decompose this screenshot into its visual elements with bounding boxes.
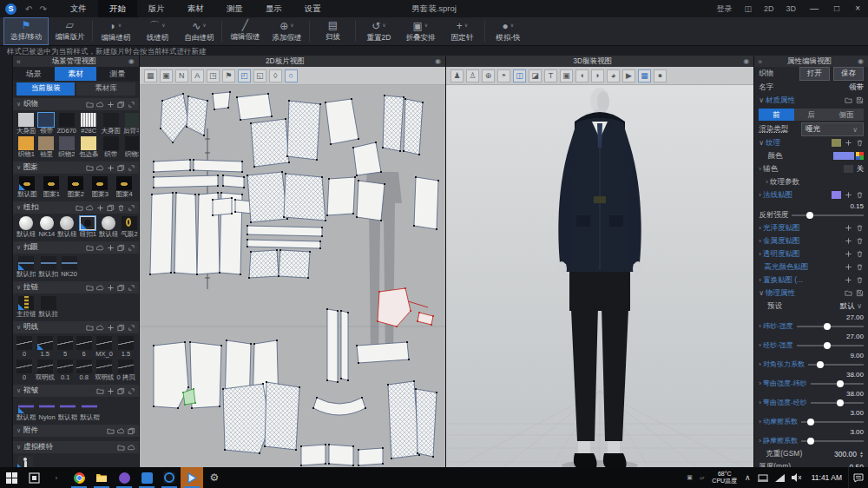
color-swatch[interactable]	[833, 152, 854, 160]
ribbon-button-6[interactable]: ⊕∨添加假缝	[266, 17, 307, 45]
secondary-color-swatch[interactable]	[844, 165, 853, 173]
swatch-item[interactable]: 主拉链	[16, 296, 36, 318]
ribbon-button-10[interactable]: +∨固定针	[441, 17, 483, 45]
collapsed-panel-strip[interactable]	[0, 56, 13, 467]
sidebar-tab-0[interactable]: 场景	[13, 67, 55, 81]
plus-icon[interactable]	[845, 191, 852, 199]
cloud-icon[interactable]	[117, 427, 125, 435]
texture-swatch[interactable]	[832, 139, 841, 147]
trash-icon[interactable]	[856, 250, 864, 258]
chrome-icon[interactable]	[68, 467, 90, 488]
map-swatch[interactable]	[832, 191, 841, 199]
layout-panels-icon[interactable]: ◫	[739, 0, 759, 17]
color-picker-icon[interactable]	[856, 152, 864, 160]
swatch-item[interactable]: 织物3	[123, 136, 139, 158]
section-header[interactable]: ∨褶皱	[13, 385, 139, 397]
trash-icon[interactable]	[117, 204, 125, 212]
swatch-item[interactable]: 5	[57, 336, 73, 358]
menu-6[interactable]: 设置	[293, 0, 332, 17]
plus-icon[interactable]	[107, 244, 115, 252]
jacket-3-icon[interactable]: ◕	[607, 69, 620, 82]
pin-icon[interactable]: ◉	[739, 57, 753, 65]
swatch-item[interactable]: 后背毛	[123, 113, 139, 135]
trash-icon[interactable]	[856, 139, 864, 147]
ribbon-button-5[interactable]: ╱编辑假缝	[224, 17, 266, 45]
trash-icon[interactable]	[856, 224, 864, 232]
pattern-canvas[interactable]	[140, 85, 445, 467]
swatch-item[interactable]: 双明线	[95, 359, 115, 381]
copy-icon[interactable]	[128, 427, 135, 435]
corner-icon[interactable]	[128, 204, 135, 212]
trash-icon[interactable]	[856, 191, 864, 199]
copy-icon[interactable]	[117, 387, 125, 395]
slider[interactable]	[811, 383, 864, 385]
network-icon[interactable]	[772, 474, 788, 482]
swatch-item[interactable]: 图案2	[65, 176, 87, 198]
corner-icon[interactable]	[128, 387, 135, 395]
swatch-item[interactable]: 默认褶	[58, 399, 78, 421]
notch-icon[interactable]: N	[175, 69, 188, 82]
annotation-icon[interactable]: A	[191, 69, 204, 82]
swatch-item[interactable]: 大身面	[101, 113, 121, 135]
cloud-icon[interactable]	[96, 244, 104, 252]
avatar-icon[interactable]: ♟	[450, 69, 464, 82]
folder-icon[interactable]	[117, 444, 125, 452]
folder-icon[interactable]	[86, 101, 94, 109]
slider[interactable]	[808, 364, 864, 366]
sidebar-subtab-0[interactable]: 当前服装	[16, 82, 75, 96]
sidebar-tab-2[interactable]: 测量	[96, 67, 138, 81]
app-blue-icon[interactable]	[135, 467, 158, 488]
swatch-item[interactable]: 双明线	[35, 359, 55, 381]
cloud-icon[interactable]	[96, 101, 104, 109]
swatch-item[interactable]: 0.8	[76, 359, 91, 381]
section-header[interactable]: ∨拉链	[13, 281, 139, 293]
collapse-panel-icon[interactable]: »	[754, 57, 766, 66]
swatch-item[interactable]: 0	[16, 336, 32, 358]
folder-icon[interactable]	[845, 289, 852, 297]
login-button[interactable]: 登录	[711, 0, 739, 17]
swatch-item[interactable]: 图案3	[89, 176, 111, 198]
folder-icon[interactable]	[96, 387, 104, 395]
ribbon-button-9[interactable]: ▣∨折叠安排	[399, 17, 441, 45]
layers-icon[interactable]: ▣	[560, 69, 573, 82]
swatch-item[interactable]: NK20	[61, 256, 77, 278]
taskbar-expand-icon[interactable]: ›	[45, 467, 68, 488]
task-view-button[interactable]	[23, 467, 45, 488]
save-button[interactable]: 保存	[833, 67, 864, 81]
corner-icon[interactable]	[128, 101, 135, 109]
swatch-item[interactable]: 0 拷贝	[116, 359, 135, 381]
folder-icon[interactable]	[86, 164, 94, 172]
copy-icon[interactable]	[117, 284, 125, 292]
minimize-button[interactable]: —	[802, 0, 826, 17]
swatch-item[interactable]: NK14	[38, 216, 55, 238]
floppy-icon[interactable]	[856, 96, 864, 104]
copy-icon[interactable]	[117, 324, 125, 332]
seam-allowance-icon[interactable]: ◳	[207, 69, 220, 82]
settings-gear-icon[interactable]: ⚙	[203, 467, 226, 488]
reflect-slider[interactable]	[792, 214, 864, 216]
sidebar-tab-1[interactable]: 素材	[55, 67, 96, 81]
ribbon-button-4[interactable]: ∿∨自由缝纫	[178, 17, 220, 45]
pin-icon[interactable]: ◉	[853, 57, 868, 65]
slider[interactable]	[797, 345, 864, 346]
menu-5[interactable]: 显示	[254, 0, 293, 17]
corner-icon[interactable]	[128, 164, 135, 172]
mode-3d-button[interactable]: 3D	[780, 0, 803, 17]
garment-canvas[interactable]	[446, 85, 753, 467]
sidebar-subtab-1[interactable]: 素材库	[76, 82, 135, 96]
menu-2[interactable]: 版片	[137, 0, 176, 17]
avatar-arrange-icon[interactable]: ⊕	[482, 69, 495, 82]
swatch-item[interactable]: 默认纽	[57, 216, 77, 238]
section-header[interactable]: ∨明线	[13, 321, 139, 333]
ribbon-button-8[interactable]: ↺∨重置2D	[358, 17, 399, 45]
open-button[interactable]: 打开	[799, 67, 830, 81]
section-header[interactable]: ∨纽扣	[13, 201, 139, 214]
swatch-item[interactable]: 气眼2	[121, 216, 137, 238]
swatch-item[interactable]: MX_0	[95, 336, 115, 358]
garment-dark-icon[interactable]: ◪	[529, 69, 542, 82]
swatch-item[interactable]: 默认纽	[99, 216, 119, 238]
avatar-wire-icon[interactable]: ♙	[466, 69, 479, 82]
swatch-item[interactable]: 默认纽	[16, 216, 36, 238]
swatch-item[interactable]: 默认褶	[16, 399, 36, 421]
notification-center-icon[interactable]	[848, 467, 868, 488]
